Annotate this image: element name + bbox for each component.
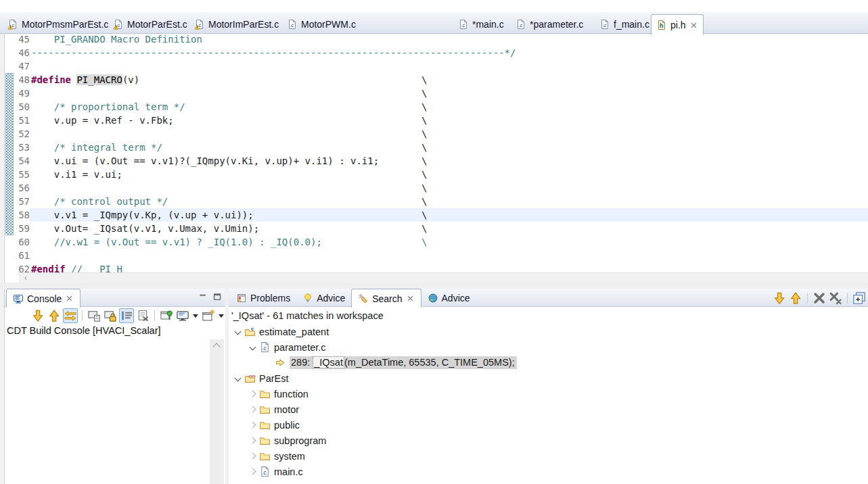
code-line-55[interactable]: 55 v.i1 = v.ui;\ — [5, 168, 868, 181]
scroll-up-arrow-icon[interactable] — [212, 343, 220, 350]
code-line-57[interactable]: 57 /* control output */\ — [5, 195, 868, 208]
tree-row-motor[interactable]: motor — [229, 402, 868, 417]
down-arrow-icon[interactable] — [30, 308, 45, 323]
editor-tab-motorpwm-c[interactable]: .cMotorPWM.c — [282, 15, 361, 33]
dropdown-icon[interactable] — [219, 314, 224, 318]
chevron-right-icon[interactable] — [248, 405, 257, 414]
code-line-54[interactable]: 54 v.ui = (v.Out == v.v1)?(_IQmpy(v.Ki, … — [5, 154, 868, 168]
editor-tab-pi-h[interactable]: hpi.h — [651, 14, 704, 35]
console-icon — [13, 293, 24, 304]
panel-tab-label: Advice — [317, 293, 345, 304]
tree-row-parameter-c[interactable]: .cparameter.c — [229, 339, 868, 355]
panel-tab-advice-1[interactable]: Advice — [296, 289, 351, 307]
code-line-47[interactable]: 47 — [5, 59, 868, 73]
swap-console-icon[interactable] — [63, 308, 78, 323]
code-line-61[interactable]: 61 — [5, 249, 868, 262]
tree-row-match[interactable]: 289: _IQsat(m_DetaTime, 65535, C_TIME_05… — [229, 355, 868, 370]
chevron-right-icon[interactable] — [248, 389, 257, 398]
expand-all-icon[interactable] — [852, 291, 867, 306]
tree-row-function[interactable]: function — [229, 386, 868, 402]
maximize-icon[interactable] — [212, 292, 223, 302]
line-number[interactable]: 47 — [5, 59, 30, 73]
macro-range-marker — [5, 73, 14, 235]
tree-row-public[interactable]: public — [229, 417, 868, 433]
code-line-51[interactable]: 51 v.up = v.Ref - v.Fbk;\ — [5, 114, 868, 127]
remove-all-matches-icon[interactable] — [828, 291, 843, 306]
show-stderr-icon[interactable] — [103, 308, 118, 323]
line-continuation: \ — [421, 73, 427, 87]
next-match-icon[interactable] — [772, 291, 787, 306]
editor-tab-motorparest-c[interactable]: .cMotorParEst.c — [108, 15, 192, 33]
code-text: /* integral term */ — [31, 141, 162, 154]
folder-icon — [259, 450, 271, 462]
console-vertical-scrollbar[interactable] — [210, 339, 224, 484]
up-arrow-icon[interactable] — [47, 308, 62, 323]
code-line-52[interactable]: 52\ — [5, 127, 868, 141]
code-line-46[interactable]: 46--------------------------------------… — [5, 46, 868, 59]
panel-tab-problems-0[interactable]: Problems — [230, 289, 296, 307]
panel-tab-search-2[interactable]: Search — [351, 289, 421, 308]
line-number[interactable]: 45 — [5, 32, 30, 46]
remove-match-icon[interactable] — [812, 291, 827, 306]
chevron-right-icon[interactable] — [248, 467, 257, 476]
code-line-56[interactable]: 56\ — [5, 181, 868, 195]
pin-console-icon[interactable] — [159, 308, 174, 323]
line-continuation: \ — [421, 181, 427, 195]
line-continuation: \ — [421, 222, 427, 235]
code-line-48[interactable]: 48#define PI_MACRO(v)\ — [5, 73, 868, 87]
c-file-icon: .c — [259, 341, 271, 353]
close-icon[interactable] — [65, 294, 74, 303]
line-number[interactable]: 46 — [5, 46, 30, 59]
line-number[interactable]: 60 — [5, 235, 30, 249]
show-stdout-icon[interactable] — [87, 308, 101, 323]
clear-console-icon[interactable] — [135, 308, 150, 323]
code-line-45[interactable]: 45 PI_GRANDO Macro Definition — [5, 32, 868, 46]
console-view: Console CDT Build Console [HVACI_Scalar] — [5, 289, 225, 484]
open-console-icon[interactable] — [201, 308, 216, 323]
chevron-down-icon[interactable] — [248, 343, 257, 352]
close-icon[interactable] — [406, 294, 415, 303]
tree-row-system[interactable]: system — [229, 448, 868, 464]
chevron-right-icon[interactable] — [248, 420, 257, 429]
console-title: CDT Build Console [HVACI_Scalar] — [7, 325, 161, 336]
prev-match-icon[interactable] — [788, 291, 803, 306]
code-line-50[interactable]: 50 /* proportional term */\ — [5, 100, 868, 114]
scroll-left-arrow-icon[interactable]: ‹ — [24, 273, 27, 283]
tree-row-main-c[interactable]: .cmain.c — [229, 464, 868, 479]
lightbulb-icon — [302, 293, 313, 304]
editor-tab-label: MotorPmsmParEst.c — [22, 19, 108, 30]
svg-text:c: c — [251, 326, 254, 332]
code-line-53[interactable]: 53 /* integral term */\ — [5, 141, 868, 154]
chevron-down-icon[interactable] — [233, 327, 242, 336]
dropdown-icon[interactable] — [193, 314, 198, 318]
tree-row-parest[interactable]: ccsParEst — [229, 370, 868, 386]
match-term: _IQsat — [313, 356, 344, 368]
code-line-49[interactable]: 49\ — [5, 87, 868, 100]
editor-tab-motorpmsmparest-c[interactable]: .cMotorPmsmParEst.c — [3, 15, 113, 33]
c-file-icon: .c — [516, 19, 526, 30]
chevron-right-icon[interactable] — [248, 436, 257, 445]
minimize-icon[interactable] — [198, 292, 208, 302]
chevron-down-icon[interactable] — [233, 374, 242, 383]
line-continuation: \ — [421, 208, 427, 222]
display-console-icon[interactable] — [175, 308, 190, 323]
editor-tab-motorimparest-c[interactable]: .cMotorImParEst.c — [189, 15, 283, 33]
close-icon[interactable] — [689, 21, 698, 30]
tree-row-subprogram[interactable]: subprogram — [229, 433, 868, 448]
console-tab[interactable]: Console — [6, 289, 81, 308]
line-number[interactable]: 61 — [5, 249, 30, 262]
editor-horizontal-scrollbar[interactable]: ‹ — [19, 272, 868, 283]
code-text: v.ui = (v.Out == v.v1)?(_IQmpy(v.Ki, v.u… — [31, 154, 379, 168]
editor-tab-main-c[interactable]: .c*main.c — [453, 15, 509, 33]
editor-tab-f-main-c[interactable]: .cf_main.c — [595, 15, 654, 33]
code-text: PI_GRANDO Macro Definition — [31, 32, 202, 46]
tree-row-estimate-patent[interactable]: cestimate_patent — [229, 324, 868, 339]
chevron-right-icon[interactable] — [248, 452, 257, 460]
code-line-60[interactable]: 60 //v.w1 = (v.Out == v.v1) ? _IQ(1.0) :… — [5, 235, 868, 249]
code-line-59[interactable]: 59 v.Out= _IQsat(v.v1, v.Umax, v.Umin);\ — [5, 222, 868, 235]
code-lines[interactable]: 45 PI_GRANDO Macro Definition46---------… — [5, 32, 868, 276]
editor-tab-parameter-c[interactable]: .c*parameter.c — [511, 15, 588, 33]
panel-tab-advice-3[interactable]: Advice — [421, 289, 476, 307]
code-line-58[interactable]: 58 v.v1 = _IQmpy(v.Kp, (v.up + v.ui));\ — [5, 208, 868, 222]
scroll-lock-icon[interactable] — [119, 308, 134, 323]
